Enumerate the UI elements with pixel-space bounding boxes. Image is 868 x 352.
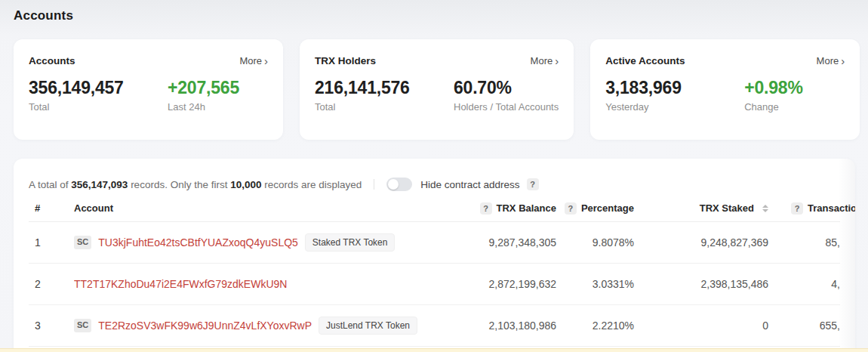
more-link[interactable]: More› [531,55,559,66]
rank-cell: 3 [29,320,74,332]
stat-block: +207,565 Last 24h [168,78,268,113]
records-limit: 10,000 [230,179,261,190]
account-tag-badge: JustLend TRX Token [319,316,417,335]
transactions-cell: 655, [768,320,840,332]
account-address-link[interactable]: TE2RzoSV3wFK99w6J9UnnZ4vLfXYoxvRwP [98,320,312,332]
accounts-table-card: A total of 356,147,093 records. Only the… [14,159,855,352]
sort-icon[interactable] [762,205,768,212]
chevron-right-icon: › [555,55,559,66]
bottom-banner-strip [0,348,868,352]
column-header-index: # [29,202,74,214]
stat-card: Active Accounts More› 3,183,969 Yesterda… [590,39,860,140]
percentage-cell: 2.2210% [556,320,634,332]
trx-balance-cell: 2,872,199,632 [468,278,556,290]
column-header-percentage: ? Percentage [556,202,634,215]
stat-block: 3,183,969 Yesterday [605,78,744,113]
trx-staked-cell: 2,398,135,486 [634,278,768,290]
hide-contract-label: Hide contract address [420,179,519,190]
column-label: TRX Balance [497,202,556,214]
smart-contract-badge: SC [74,236,91,249]
summary-text: A total of [29,179,71,190]
percentage-cell: 3.0331% [556,278,634,290]
stat-value: 60.70% [454,78,559,98]
account-tag-badge: Staked TRX Token [305,233,396,252]
stat-block: +0.98% Change [744,78,845,113]
vertical-divider [374,179,374,190]
table-row: 2 TT2T17KZhoDu47i2E4FWxfG79zdkEWkU9N 2,8… [29,264,840,305]
table-meta-row: A total of 356,147,093 records. Only the… [29,159,840,195]
stat-card-title: Active Accounts [605,55,685,66]
more-label: More [817,55,839,66]
column-header-account: Account [74,202,468,214]
more-label: More [531,55,553,66]
column-label: Transactions [808,202,855,214]
stat-value: 216,141,576 [315,78,454,98]
records-total: 356,147,093 [71,179,128,190]
stat-value: +207,565 [168,78,268,98]
account-cell: SC TU3kjFuhtEo42tsCBtfYUAZxoqQ4yuSLQ5 St… [74,233,468,252]
scroll-edge-shadow [839,159,855,352]
stat-block: 356,149,457 Total [29,78,168,113]
trx-staked-cell: 9,248,827,369 [634,236,768,249]
summary-text: records. Only the first [128,179,230,190]
toggle-knob [388,179,399,190]
account-cell: SC TE2RzoSV3wFK99w6J9UnnZ4vLfXYoxvRwP Ju… [74,316,468,335]
stat-label: Change [744,101,845,113]
rank-cell: 1 [29,236,74,249]
hide-contract-toggle[interactable] [386,178,412,191]
account-address-link[interactable]: TT2T17KZhoDu47i2E4FWxfG79zdkEWkU9N [74,278,287,290]
column-header-transactions: ? Transactions [768,202,840,215]
stat-card-stats: 216,141,576 Total 60.70% Holders / Total… [315,78,559,113]
more-label: More [239,55,262,66]
stat-card-stats: 356,149,457 Total +207,565 Last 24h [29,78,268,113]
table-body: 1 SC TU3kjFuhtEo42tsCBtfYUAZxoqQ4yuSLQ5 … [29,222,840,347]
stat-label: Total [315,101,454,113]
more-link[interactable]: More› [817,55,845,66]
stat-label: Last 24h [168,101,268,113]
chevron-right-icon: › [264,55,268,66]
more-link[interactable]: More› [239,55,268,66]
stat-value: 356,149,457 [29,78,168,98]
help-icon[interactable]: ? [791,202,803,215]
stat-card-title: TRX Holders [315,55,376,66]
table-row: 1 SC TU3kjFuhtEo42tsCBtfYUAZxoqQ4yuSLQ5 … [29,222,840,264]
summary-text: records are displayed [261,179,362,190]
stat-cards-row: Accounts More› 356,149,457 Total +207,56… [14,39,854,140]
table-row: 3 SC TE2RzoSV3wFK99w6J9UnnZ4vLfXYoxvRwP … [29,305,840,347]
transactions-cell: 85, [768,236,840,249]
column-label: Percentage [581,202,634,214]
transactions-cell: 4, [768,278,840,290]
stat-value: 3,183,969 [605,78,744,98]
trx-balance-cell: 2,103,180,986 [468,320,556,332]
stat-card-title: Accounts [29,55,75,66]
stat-card: TRX Holders More› 216,141,576 Total 60.7… [300,39,574,140]
accounts-page: Accounts Accounts More› 356,149,457 Tota… [0,0,868,352]
rank-cell: 2 [29,278,74,290]
stat-card: Accounts More› 356,149,457 Total +207,56… [14,39,283,140]
account-cell: TT2T17KZhoDu47i2E4FWxfG79zdkEWkU9N [74,278,468,290]
chevron-right-icon: › [841,55,845,66]
account-address-link[interactable]: TU3kjFuhtEo42tsCBtfYUAZxoqQ4yuSLQ5 [98,236,298,249]
percentage-cell: 9.8078% [556,236,634,249]
stat-value: +0.98% [744,78,845,98]
stat-label: Yesterday [605,101,744,113]
stat-label: Holders / Total Accounts [454,101,559,113]
column-header-trx-balance: ? TRX Balance [468,202,556,215]
trx-balance-cell: 9,287,348,305 [468,236,556,249]
stat-block: 216,141,576 Total [315,78,454,113]
column-label: TRX Staked [700,202,754,214]
stat-label: Total [29,101,168,113]
records-summary: A total of 356,147,093 records. Only the… [29,179,362,190]
column-header-trx-staked[interactable]: TRX Staked [634,202,768,214]
table-header: # Account ? TRX Balance ? Percentage TRX… [29,195,840,222]
smart-contract-badge: SC [74,319,91,332]
help-icon[interactable]: ? [565,202,577,215]
stat-card-stats: 3,183,969 Yesterday +0.98% Change [605,78,845,113]
stat-block: 60.70% Holders / Total Accounts [454,78,559,113]
help-icon[interactable]: ? [527,178,539,190]
help-icon[interactable]: ? [480,202,492,215]
page-title: Accounts [14,6,854,26]
trx-staked-cell: 0 [634,320,768,332]
